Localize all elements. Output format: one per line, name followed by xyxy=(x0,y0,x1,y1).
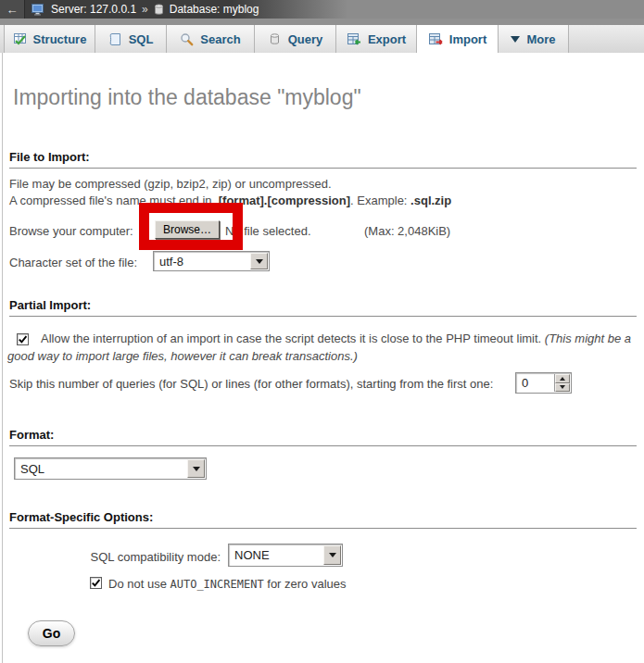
section-heading-partial-import: Partial Import: xyxy=(9,298,637,317)
line2-example: .sql.zip xyxy=(410,194,451,207)
dropdown-arrow-button[interactable] xyxy=(187,459,205,478)
tab-label: More xyxy=(526,32,555,46)
allow-interruption-label: Allow the interruption of an import in c… xyxy=(41,332,545,345)
caret-up-icon xyxy=(560,377,565,381)
skip-queries-input[interactable]: 0 xyxy=(515,372,572,394)
go-button[interactable]: Go xyxy=(28,620,75,646)
charset-select-value: utf-8 xyxy=(154,252,249,270)
checkmark-icon xyxy=(91,578,101,588)
tab-query[interactable]: Query xyxy=(255,25,336,53)
no-file-selected-text: No file selected. xyxy=(225,224,311,238)
browse-computer-label: Browse your computer: xyxy=(9,224,133,238)
breadcrumb-bar: ← Server: 127.0.0.1 » Database: myblog xyxy=(0,0,644,19)
server-monitor-icon xyxy=(32,4,45,16)
max-upload-size-text: (Max: 2,048KiB) xyxy=(364,224,450,238)
skip-queries-value: 0 xyxy=(516,373,553,393)
content-left-border xyxy=(2,53,3,663)
search-icon xyxy=(180,32,194,46)
chevron-down-icon xyxy=(511,36,520,43)
allow-interruption-checkbox[interactable] xyxy=(17,333,29,345)
browse-button[interactable]: Browse… xyxy=(155,220,220,239)
checkmark-icon xyxy=(18,334,28,344)
tab-import[interactable]: Import xyxy=(417,25,499,53)
tab-structure[interactable]: Structure xyxy=(4,25,95,53)
auto-increment-text: Do not use xyxy=(108,577,170,591)
line2-text: A compressed file's name must end in xyxy=(9,194,215,207)
tab-bar: Structure SQL Search Query xyxy=(0,25,644,53)
tab-search[interactable]: Search xyxy=(167,25,255,53)
tab-export[interactable]: Export xyxy=(336,25,417,53)
back-arrow-icon: ← xyxy=(6,3,19,17)
charset-select[interactable]: utf-8 xyxy=(153,251,270,271)
skip-queries-label: Skip this number of queries (for SQL) or… xyxy=(9,377,493,391)
tab-more[interactable]: More xyxy=(499,25,569,53)
spinner-down-button[interactable] xyxy=(555,383,570,393)
charset-label: Character set of the file: xyxy=(9,256,137,269)
dropdown-arrow-button[interactable] xyxy=(250,253,268,269)
auto-increment-text: for zero values xyxy=(264,577,347,591)
tab-label: Structure xyxy=(33,32,87,46)
sql-compat-label: SQL compatibility mode: xyxy=(0,550,221,564)
section-heading-format-specific: Format-Specific Options: xyxy=(9,510,637,529)
database-icon xyxy=(154,4,164,16)
caret-down-icon xyxy=(560,385,565,389)
tab-label: Search xyxy=(200,32,240,46)
sql-file-icon xyxy=(108,32,122,46)
tab-label: SQL xyxy=(129,32,154,46)
structure-icon xyxy=(13,32,27,46)
header-gray-strip xyxy=(0,19,644,25)
caret-down-icon xyxy=(329,553,336,557)
auto-increment-code: AUTO_INCREMENT xyxy=(170,578,264,591)
compression-info-line2: A compressed file's name must end in .[f… xyxy=(9,194,451,207)
tab-bar-spacer xyxy=(569,25,644,53)
page-title: Importing into the database "myblog" xyxy=(13,85,361,110)
auto-increment-checkbox[interactable] xyxy=(90,577,102,589)
tab-label: Import xyxy=(449,32,486,46)
caret-down-icon xyxy=(193,467,200,471)
import-icon xyxy=(428,32,443,46)
compression-info-line1: File may be compressed (gzip, bzip2, zip… xyxy=(9,177,332,191)
caret-down-icon xyxy=(256,259,263,264)
breadcrumb-database[interactable]: Database: myblog xyxy=(170,3,259,16)
auto-increment-label: Do not use AUTO_INCREMENT for zero value… xyxy=(108,577,347,591)
back-button[interactable]: ← xyxy=(0,0,25,19)
section-heading-file-to-import: File to Import: xyxy=(9,150,637,169)
breadcrumb-server[interactable]: Server: 127.0.0.1 xyxy=(51,3,136,16)
format-select-value: SQL xyxy=(15,458,186,479)
line2-format-pattern: .[format].[compression] xyxy=(215,194,350,207)
query-cylinder-icon xyxy=(268,32,282,46)
sql-compat-select[interactable]: NONE xyxy=(228,544,343,567)
spinner-up-button[interactable] xyxy=(555,374,570,383)
export-icon xyxy=(347,32,361,46)
breadcrumb-separator: » xyxy=(142,3,148,16)
format-select[interactable]: SQL xyxy=(14,457,207,480)
tab-label: Export xyxy=(368,32,406,46)
tab-label: Query xyxy=(288,32,323,46)
sql-compat-select-value: NONE xyxy=(229,544,322,566)
line2-text: . Example: xyxy=(350,194,410,207)
allow-interruption-row: Allow the interruption of an import in c… xyxy=(7,330,637,365)
breadcrumb: Server: 127.0.0.1 » Database: myblog xyxy=(32,0,259,19)
dropdown-arrow-button[interactable] xyxy=(323,545,341,565)
spinner xyxy=(554,374,570,392)
section-heading-format: Format: xyxy=(9,428,637,446)
tab-sql[interactable]: SQL xyxy=(95,25,167,53)
